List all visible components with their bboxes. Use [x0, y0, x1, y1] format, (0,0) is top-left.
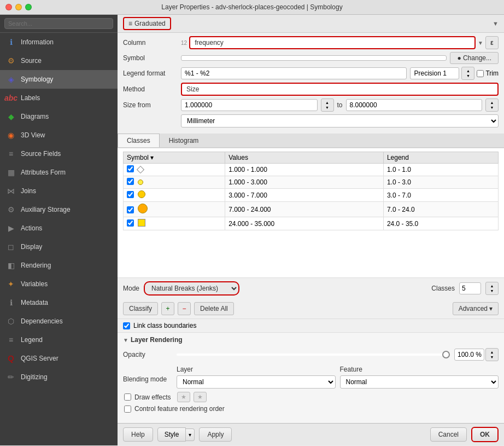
style-dropdown-button[interactable]: ▾	[186, 428, 195, 441]
size-to-input[interactable]	[346, 99, 483, 111]
symbol-preview	[181, 55, 447, 61]
sidebar-item-metadata[interactable]: ℹ Metadata	[0, 293, 118, 312]
sidebar-item-source[interactable]: ⚙ Source	[0, 51, 118, 70]
blending-selects: Layer Normal Feature Normal	[177, 366, 499, 389]
table-row[interactable]: 1.000 - 3.000 1.0 - 3.0	[124, 176, 499, 189]
size-to-spinner[interactable]: ▲ ▼	[485, 99, 499, 112]
size-from-input[interactable]	[181, 99, 318, 111]
table-row[interactable]: 1.000 - 1.000 1.0 - 1.0	[124, 164, 499, 176]
ok-button[interactable]: OK	[471, 427, 499, 442]
row-checkbox[interactable]	[127, 165, 134, 172]
sidebar-label-digitizing: Digitizing	[21, 373, 48, 381]
cancel-button[interactable]: Cancel	[430, 427, 467, 442]
symbol-label: Symbol	[123, 54, 178, 62]
sidebar-item-sourcefields[interactable]: ≡ Source Fields	[0, 144, 118, 163]
sidebar-item-dependencies[interactable]: ⬡ Dependencies	[0, 312, 118, 331]
sidebar-item-information[interactable]: ℹ Information	[0, 33, 118, 51]
control-render-checkbox[interactable]	[124, 406, 131, 413]
column-dropdown-arrow[interactable]: ▼	[478, 40, 483, 46]
classify-button[interactable]: Classify	[123, 302, 158, 315]
sidebar-label-variables: Variables	[21, 280, 48, 288]
table-row[interactable]: 7.000 - 24.000 7.0 - 24.0	[124, 202, 499, 217]
close-button[interactable]	[5, 4, 12, 10]
opacity-slider[interactable]	[177, 354, 450, 356]
sidebar-label-source: Source	[21, 57, 42, 65]
classes-input[interactable]	[459, 282, 481, 294]
add-class-button[interactable]: +	[161, 302, 174, 315]
precision-spinner[interactable]: ▲ ▼	[461, 67, 474, 80]
symbol-circle-icon	[138, 190, 145, 198]
col-legend: Legend	[383, 152, 498, 164]
apply-button[interactable]: Apply	[199, 427, 232, 442]
sidebar-item-legend[interactable]: ≡ Legend	[0, 331, 118, 349]
row-checkbox[interactable]	[127, 178, 134, 185]
draw-effects-button2[interactable]: ★	[194, 392, 207, 402]
mode-select[interactable]: Natural Breaks (Jenks) Equal Interval Qu…	[144, 281, 239, 296]
column-label: Column	[123, 39, 178, 47]
graduated-button[interactable]: ≡ Graduated	[123, 17, 171, 30]
unit-select[interactable]: Millimeter	[181, 114, 499, 128]
draw-effects-button[interactable]: ★	[177, 392, 190, 402]
sidebar-item-attributesform[interactable]: ▦ Attributes Form	[0, 163, 118, 182]
draw-effects-checkbox[interactable]	[124, 393, 131, 401]
opacity-spinner[interactable]: ▲ ▼	[485, 348, 499, 361]
trim-checkbox[interactable]	[477, 70, 484, 77]
tab-classes[interactable]: Classes	[118, 134, 160, 147]
classes-label: Classes	[431, 285, 455, 292]
sidebar-item-qgisserver[interactable]: Q QGIS Server	[0, 349, 118, 368]
sidebar-label-diagrams: Diagrams	[21, 113, 49, 120]
table-row[interactable]: 24.000 - 35.000 24.0 - 35.0	[124, 217, 499, 230]
help-button[interactable]: Help	[123, 427, 153, 442]
classes-spinner[interactable]: ▲ ▼	[485, 282, 499, 295]
row-checkbox[interactable]	[127, 191, 134, 198]
method-select[interactable]: Size Color	[181, 83, 499, 96]
sidebar-item-joins[interactable]: ⋈ Joins	[0, 182, 118, 200]
cell-legend: 1.0 - 3.0	[383, 176, 498, 189]
sidebar-item-actions[interactable]: ▶ Actions	[0, 219, 118, 238]
sidebar-item-rendering[interactable]: ◧ Rendering	[0, 256, 118, 275]
sidebar-item-display[interactable]: ◻ Display	[0, 238, 118, 256]
maximize-button[interactable]	[25, 4, 32, 10]
sidebar-item-auxiliarystorage[interactable]: ⚙ Auxiliary Storage	[0, 200, 118, 219]
sidebar-item-symbology[interactable]: ◈ Symbology	[0, 70, 118, 89]
layer-blend-select[interactable]: Normal	[177, 375, 336, 389]
feature-blend-select[interactable]: Normal	[340, 375, 499, 389]
dropdown-arrow-icon[interactable]: ▼	[493, 20, 499, 27]
sidebar-item-digitizing[interactable]: ✏ Digitizing	[0, 368, 118, 386]
size-from-spinner[interactable]: ▲ ▼	[321, 99, 334, 112]
cell-legend: 1.0 - 1.0	[383, 164, 498, 176]
link-class-checkbox[interactable]	[123, 322, 130, 329]
layer-rendering-header: ▼ Layer Rendering	[123, 336, 499, 344]
sidebar-icon-rendering: ◧	[5, 260, 16, 271]
graduated-label: Graduated	[134, 20, 166, 27]
classes-table: Symbol ▾ Values Legend 1.000 - 1.000 1.0…	[123, 152, 499, 230]
search-input[interactable]	[4, 18, 113, 29]
opacity-value-input[interactable]	[454, 349, 484, 361]
tab-histogram[interactable]: Histogram	[160, 134, 208, 147]
row-checkbox[interactable]	[127, 219, 134, 227]
change-button[interactable]: ● Change...	[450, 52, 499, 64]
column-input[interactable]	[189, 36, 476, 49]
advanced-button[interactable]: Advanced ▾	[453, 302, 499, 315]
feature-blend-label: Feature	[340, 366, 499, 373]
style-button[interactable]: Style	[157, 427, 186, 442]
sidebar-item-labels[interactable]: abc Labels	[0, 89, 118, 107]
sidebar-label-symbology: Symbology	[21, 76, 53, 83]
symbol-row: Symbol ● Change...	[123, 52, 499, 64]
collapse-icon[interactable]: ▼	[123, 337, 128, 343]
column-prefix: 12	[181, 40, 187, 46]
column-expression-button[interactable]: ε	[485, 36, 499, 49]
remove-class-button[interactable]: −	[178, 302, 191, 315]
row-checkbox[interactable]	[127, 206, 134, 213]
minimize-button[interactable]	[15, 4, 22, 10]
layer-blend-col: Layer Normal	[177, 366, 336, 389]
sidebar-label-actions: Actions	[21, 224, 42, 232]
legend-format-input[interactable]	[181, 67, 407, 79]
sidebar-icon-display: ◻	[5, 241, 16, 252]
precision-input[interactable]	[410, 67, 459, 79]
sidebar-item-variables[interactable]: ✦ Variables	[0, 275, 118, 293]
sidebar-item-diagrams[interactable]: ◆ Diagrams	[0, 107, 118, 126]
delete-all-button[interactable]: Delete All	[194, 302, 234, 315]
table-row[interactable]: 3.000 - 7.000 3.0 - 7.0	[124, 189, 499, 202]
sidebar-item-3dview[interactable]: ◉ 3D View	[0, 126, 118, 144]
